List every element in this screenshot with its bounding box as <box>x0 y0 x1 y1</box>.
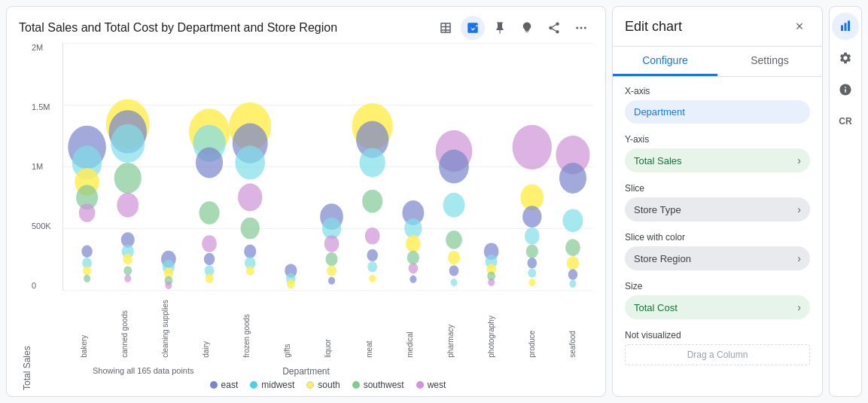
svg-point-93 <box>567 256 579 270</box>
svg-rect-96 <box>841 26 843 32</box>
legend-west: west <box>416 380 446 390</box>
icon-strip: CR <box>829 6 862 397</box>
legend-dot-southwest <box>352 381 360 389</box>
panel-title: Edit chart <box>625 19 682 35</box>
svg-point-83 <box>522 206 541 227</box>
svg-point-95 <box>569 280 576 288</box>
svg-point-88 <box>528 279 535 286</box>
svg-point-22 <box>123 254 132 264</box>
x-label-photography: photography <box>487 300 495 358</box>
bar-chart-strip-button[interactable] <box>832 13 859 40</box>
chart-container: Total Sales 2M 1.5M 1M 500K 0 <box>19 43 593 390</box>
insights-button[interactable] <box>515 16 539 40</box>
svg-point-85 <box>526 245 538 258</box>
panel-tabs: Configure Settings <box>613 47 822 77</box>
svg-point-43 <box>244 245 256 258</box>
svg-point-32 <box>196 147 223 178</box>
svg-point-57 <box>360 148 385 177</box>
legend-label-southwest: southwest <box>364 380 404 390</box>
svg-point-87 <box>528 268 536 277</box>
slice-color-section: Slice with color Store Region › <box>625 232 810 270</box>
share-button[interactable] <box>542 16 566 40</box>
panel-close-button[interactable]: × <box>789 16 810 37</box>
more-options-button[interactable] <box>569 16 593 40</box>
svg-point-33 <box>199 201 220 224</box>
slice-value-text: Store Type <box>634 204 681 215</box>
y-tick-labels: 2M 1.5M 1M 500K 0 <box>32 43 51 290</box>
svg-point-51 <box>324 235 340 252</box>
legend-dot-east <box>210 381 218 389</box>
settings-strip-button[interactable] <box>832 44 859 72</box>
legend-east: east <box>210 380 239 390</box>
y-axis-value[interactable]: Total Sales › <box>625 148 810 172</box>
not-visualized-section: Not visualized Drag a Column <box>625 330 810 365</box>
chart-legend: east midwest south southwest <box>62 380 593 390</box>
chart-title: Total Sales and Total Cost by Department… <box>19 21 337 35</box>
x-label-seafood: seafood <box>568 300 577 358</box>
y-axis-label: Y-axis <box>625 134 810 145</box>
svg-point-41 <box>238 184 262 212</box>
svg-point-91 <box>562 209 583 232</box>
x-label-pharmacy: pharmacy <box>446 300 455 358</box>
svg-point-10 <box>79 203 96 222</box>
y-axis-chevron-icon: › <box>797 154 801 166</box>
size-value-text: Total Cost <box>634 302 678 313</box>
svg-point-29 <box>165 282 172 289</box>
edit-chart-panel: Edit chart × Configure Settings X-axis D… <box>612 6 823 397</box>
y-axis-label: Total Sales <box>19 50 32 390</box>
svg-point-4 <box>580 27 583 29</box>
panel-header: Edit chart × <box>613 7 822 47</box>
slice-color-value[interactable]: Store Region › <box>625 246 810 270</box>
svg-point-42 <box>241 218 260 240</box>
slice-color-label: Slice with color <box>625 232 810 243</box>
info-strip-button[interactable] <box>832 76 859 103</box>
slice-label: Slice <box>625 183 810 194</box>
svg-point-58 <box>362 190 382 213</box>
svg-rect-98 <box>848 21 850 32</box>
x-label-canned-goods: canned goods <box>120 300 129 358</box>
slice-color-chevron-icon: › <box>797 252 801 264</box>
slice-value[interactable]: Store Type › <box>625 197 810 221</box>
legend-southwest: southwest <box>352 380 404 390</box>
data-points-label: Showing all 165 data points <box>93 366 194 375</box>
chart-header: Total Sales and Total Cost by Department… <box>19 16 593 40</box>
svg-point-52 <box>325 252 337 266</box>
svg-point-54 <box>328 277 335 285</box>
svg-point-81 <box>513 125 552 169</box>
svg-point-73 <box>448 251 460 264</box>
svg-point-75 <box>450 279 457 286</box>
svg-point-2 <box>474 26 477 29</box>
x-label-frozen-goods: frozen goods <box>242 300 251 358</box>
svg-point-71 <box>443 193 465 218</box>
svg-point-24 <box>124 275 131 282</box>
bubble-chart-svg <box>63 43 593 290</box>
x-axis-value[interactable]: Department <box>625 100 810 124</box>
slice-section: Slice Store Type › <box>625 183 810 221</box>
table-view-button[interactable] <box>434 16 458 40</box>
x-label-medical: medical <box>406 300 414 358</box>
y-tick-1.5m: 1.5M <box>32 102 51 111</box>
cr-icon: CR <box>839 116 851 127</box>
size-value[interactable]: Total Cost › <box>625 295 810 319</box>
not-visualized-label: Not visualized <box>625 330 810 340</box>
x-label-dairy: dairy <box>202 300 210 358</box>
pin-button[interactable] <box>488 16 512 40</box>
svg-point-35 <box>204 253 215 265</box>
size-label: Size <box>625 281 810 292</box>
tab-settings[interactable]: Settings <box>717 47 822 76</box>
x-axis-value-text: Department <box>634 106 685 118</box>
cr-strip-button[interactable]: CR <box>832 108 859 135</box>
chart-view-button[interactable] <box>461 16 485 40</box>
drag-column-area[interactable]: Drag a Column <box>625 344 810 365</box>
svg-rect-97 <box>845 23 847 32</box>
y-tick-0: 0 <box>32 281 51 290</box>
legend-south: south <box>306 380 340 390</box>
tab-configure[interactable]: Configure <box>613 47 717 76</box>
x-label-bakery: bakery <box>80 300 88 358</box>
panel-content: X-axis Department Y-axis Total Sales › S… <box>613 77 822 396</box>
svg-point-60 <box>367 249 377 261</box>
x-label-liquor: liquor <box>324 300 332 358</box>
svg-point-72 <box>446 231 462 249</box>
x-label-cleaning-supplies: cleaning supplies <box>161 300 169 358</box>
svg-point-18 <box>114 163 142 194</box>
